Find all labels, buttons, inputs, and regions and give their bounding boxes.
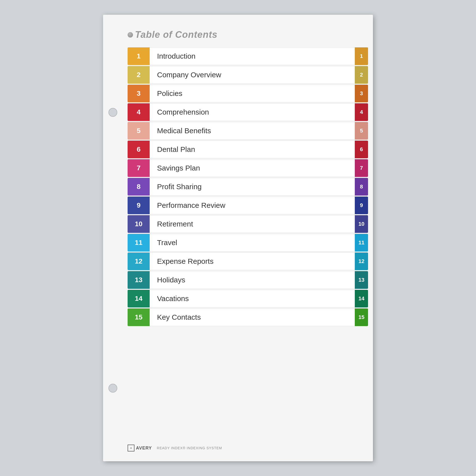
- entry-label: Key Contacts: [150, 308, 355, 326]
- tab-number: 5: [128, 122, 150, 140]
- footer-logo: A AVERY: [128, 445, 152, 451]
- side-tab: 8: [355, 178, 368, 196]
- tab-number: 3: [128, 85, 150, 102]
- entry-label: Savings Plan: [150, 159, 355, 177]
- toc-row[interactable]: 1Introduction1: [128, 47, 368, 65]
- binder-hole-bottom: [108, 384, 117, 392]
- entry-label: Medical Benefits: [150, 122, 355, 140]
- side-tab: 3: [355, 85, 368, 102]
- entry-label: Holidays: [150, 271, 355, 289]
- side-tab: 4: [355, 103, 368, 121]
- avery-box-icon: A: [128, 445, 135, 451]
- tab-number: 13: [128, 271, 150, 289]
- entry-label: Performance Review: [150, 197, 355, 214]
- footer-tagline: READY INDEX® INDEXING SYSTEM: [157, 446, 222, 450]
- side-tab: 1: [355, 47, 368, 65]
- toc-row[interactable]: 5Medical Benefits5: [128, 122, 368, 140]
- entry-label: Retirement: [150, 215, 355, 233]
- side-tab: 2: [355, 66, 368, 84]
- tab-number: 4: [128, 103, 150, 121]
- title-area: Table of Contents: [128, 30, 368, 40]
- toc-row[interactable]: 10Retirement10: [128, 215, 368, 233]
- toc-row[interactable]: 15Key Contacts15: [128, 308, 368, 326]
- tab-number: 8: [128, 178, 150, 196]
- side-tab: 6: [355, 141, 368, 158]
- toc-row[interactable]: 3Policies3: [128, 85, 368, 102]
- toc-row[interactable]: 13Holidays13: [128, 271, 368, 289]
- entry-label: Comprehension: [150, 103, 355, 121]
- entry-label: Introduction: [150, 47, 355, 65]
- tab-number: 2: [128, 66, 150, 84]
- side-tab: 14: [355, 290, 368, 307]
- side-tab: 15: [355, 308, 368, 326]
- tab-number: 10: [128, 215, 150, 233]
- entry-label: Travel: [150, 234, 355, 252]
- entry-label: Company Overview: [150, 66, 355, 84]
- side-tab: 13: [355, 271, 368, 289]
- toc-row[interactable]: 9Performance Review9: [128, 197, 368, 214]
- toc-list: 1Introduction12Company Overview23Policie…: [128, 47, 368, 442]
- toc-row[interactable]: 8Profit Sharing8: [128, 178, 368, 196]
- footer: A AVERY READY INDEX® INDEXING SYSTEM: [128, 442, 368, 451]
- toc-row[interactable]: 14Vacations14: [128, 290, 368, 307]
- toc-row[interactable]: 11Travel11: [128, 234, 368, 252]
- page: Table of Contents 1Introduction12Company…: [103, 15, 373, 461]
- toc-row[interactable]: 7Savings Plan7: [128, 159, 368, 177]
- page-title: Table of Contents: [135, 30, 217, 40]
- tab-number: 14: [128, 290, 150, 307]
- toc-row[interactable]: 4Comprehension4: [128, 103, 368, 121]
- tab-number: 6: [128, 141, 150, 158]
- toc-row[interactable]: 2Company Overview2: [128, 66, 368, 84]
- side-tab: 10: [355, 215, 368, 233]
- side-tab: 7: [355, 159, 368, 177]
- entry-label: Expense Reports: [150, 253, 355, 270]
- title-bullet-icon: [128, 32, 133, 37]
- tab-number: 15: [128, 308, 150, 326]
- entry-label: Vacations: [150, 290, 355, 307]
- tab-number: 9: [128, 197, 150, 214]
- tab-number: 11: [128, 234, 150, 252]
- tab-number: 1: [128, 47, 150, 65]
- side-tab: 11: [355, 234, 368, 252]
- entry-label: Profit Sharing: [150, 178, 355, 196]
- binder-hole-top: [108, 108, 117, 117]
- toc-row[interactable]: 12Expense Reports12: [128, 253, 368, 270]
- entry-label: Dental Plan: [150, 141, 355, 158]
- footer-brand: AVERY: [136, 446, 152, 451]
- entry-label: Policies: [150, 85, 355, 102]
- side-tab: 5: [355, 122, 368, 140]
- tab-number: 12: [128, 253, 150, 270]
- side-tab: 12: [355, 253, 368, 270]
- toc-row[interactable]: 6Dental Plan6: [128, 141, 368, 158]
- tab-number: 7: [128, 159, 150, 177]
- side-tab: 9: [355, 197, 368, 214]
